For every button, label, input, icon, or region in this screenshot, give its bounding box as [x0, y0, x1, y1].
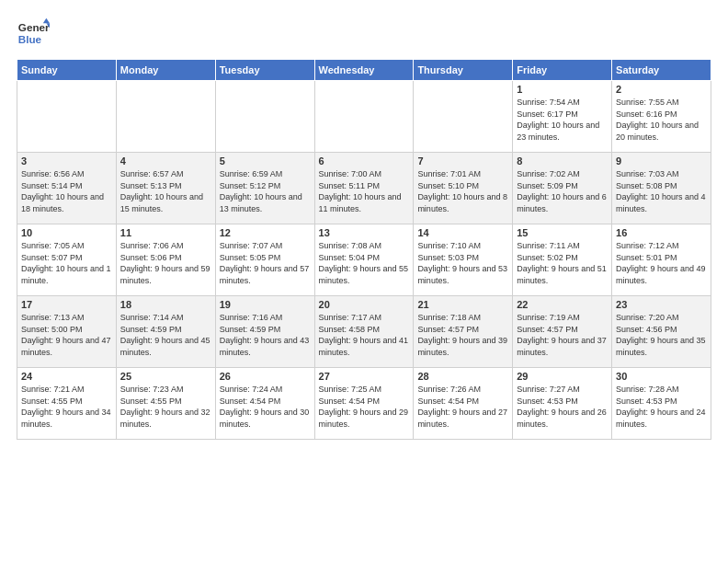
weekday-header: Thursday	[414, 60, 513, 81]
calendar-cell: 19Sunrise: 7:16 AM Sunset: 4:59 PM Dayli…	[215, 296, 314, 368]
day-number: 25	[120, 371, 211, 382]
calendar-cell: 13Sunrise: 7:08 AM Sunset: 5:04 PM Dayli…	[314, 224, 414, 296]
calendar-week-row: 10Sunrise: 7:05 AM Sunset: 5:07 PM Dayli…	[17, 224, 711, 296]
calendar-table: SundayMondayTuesdayWednesdayThursdayFrid…	[17, 59, 711, 440]
day-info: Sunrise: 7:00 AM Sunset: 5:11 PM Dayligh…	[319, 168, 410, 214]
day-number: 12	[220, 227, 311, 238]
day-info: Sunrise: 7:27 AM Sunset: 4:53 PM Dayligh…	[517, 384, 608, 430]
page-container: General Blue SundayMondayTuesdayWednesda…	[0, 0, 728, 449]
day-info: Sunrise: 7:23 AM Sunset: 4:55 PM Dayligh…	[120, 384, 211, 430]
calendar-cell: 9Sunrise: 7:03 AM Sunset: 5:08 PM Daylig…	[612, 153, 711, 224]
day-info: Sunrise: 7:07 AM Sunset: 5:05 PM Dayligh…	[220, 240, 311, 286]
day-info: Sunrise: 7:11 AM Sunset: 5:02 PM Dayligh…	[517, 240, 608, 286]
day-number: 29	[517, 371, 608, 382]
day-info: Sunrise: 7:28 AM Sunset: 4:53 PM Dayligh…	[616, 384, 707, 430]
calendar-cell: 26Sunrise: 7:24 AM Sunset: 4:54 PM Dayli…	[215, 368, 314, 440]
day-info: Sunrise: 7:06 AM Sunset: 5:06 PM Dayligh…	[120, 240, 211, 286]
calendar-cell: 15Sunrise: 7:11 AM Sunset: 5:02 PM Dayli…	[513, 224, 612, 296]
day-number: 30	[616, 371, 707, 382]
day-info: Sunrise: 7:14 AM Sunset: 4:59 PM Dayligh…	[120, 312, 211, 358]
day-number: 9	[616, 155, 707, 167]
calendar-cell	[17, 81, 117, 153]
calendar-cell: 27Sunrise: 7:25 AM Sunset: 4:54 PM Dayli…	[314, 368, 414, 440]
calendar-week-row: 3Sunrise: 6:56 AM Sunset: 5:14 PM Daylig…	[17, 153, 711, 224]
weekday-header: Saturday	[612, 60, 711, 81]
day-info: Sunrise: 7:19 AM Sunset: 4:57 PM Dayligh…	[517, 312, 608, 358]
day-info: Sunrise: 7:03 AM Sunset: 5:08 PM Dayligh…	[616, 168, 707, 214]
day-number: 10	[21, 227, 112, 238]
day-number: 20	[319, 299, 410, 310]
weekday-header: Wednesday	[314, 60, 414, 81]
day-info: Sunrise: 7:26 AM Sunset: 4:54 PM Dayligh…	[417, 384, 508, 430]
day-number: 28	[417, 371, 508, 382]
calendar-cell	[314, 81, 414, 153]
day-number: 6	[319, 155, 410, 167]
day-number: 1	[517, 84, 608, 95]
day-number: 18	[120, 299, 211, 310]
calendar-cell: 24Sunrise: 7:21 AM Sunset: 4:55 PM Dayli…	[17, 368, 117, 440]
calendar-cell: 18Sunrise: 7:14 AM Sunset: 4:59 PM Dayli…	[116, 296, 215, 368]
calendar-cell: 6Sunrise: 7:00 AM Sunset: 5:11 PM Daylig…	[314, 153, 414, 224]
calendar-body: 1Sunrise: 7:54 AM Sunset: 6:17 PM Daylig…	[17, 81, 711, 440]
calendar-week-row: 1Sunrise: 7:54 AM Sunset: 6:17 PM Daylig…	[17, 81, 711, 153]
weekday-header: Friday	[513, 60, 612, 81]
day-info: Sunrise: 7:20 AM Sunset: 4:56 PM Dayligh…	[616, 312, 707, 358]
weekday-header: Tuesday	[215, 60, 314, 81]
calendar-cell: 17Sunrise: 7:13 AM Sunset: 5:00 PM Dayli…	[17, 296, 117, 368]
header: General Blue	[17, 17, 711, 50]
day-number: 14	[417, 227, 508, 238]
day-number: 26	[220, 371, 311, 382]
calendar-cell: 28Sunrise: 7:26 AM Sunset: 4:54 PM Dayli…	[414, 368, 513, 440]
day-info: Sunrise: 7:16 AM Sunset: 4:59 PM Dayligh…	[220, 312, 311, 358]
weekday-header: Monday	[116, 60, 215, 81]
day-info: Sunrise: 7:17 AM Sunset: 4:58 PM Dayligh…	[319, 312, 410, 358]
day-number: 19	[220, 299, 311, 310]
calendar-cell: 7Sunrise: 7:01 AM Sunset: 5:10 PM Daylig…	[414, 153, 513, 224]
calendar-cell: 3Sunrise: 6:56 AM Sunset: 5:14 PM Daylig…	[17, 153, 117, 224]
calendar-cell: 11Sunrise: 7:06 AM Sunset: 5:06 PM Dayli…	[116, 224, 215, 296]
day-number: 15	[517, 227, 608, 238]
calendar-cell: 5Sunrise: 6:59 AM Sunset: 5:12 PM Daylig…	[215, 153, 314, 224]
day-number: 11	[120, 227, 211, 238]
day-info: Sunrise: 7:25 AM Sunset: 4:54 PM Dayligh…	[319, 384, 410, 430]
calendar-cell: 14Sunrise: 7:10 AM Sunset: 5:03 PM Dayli…	[414, 224, 513, 296]
day-number: 21	[417, 299, 508, 310]
day-number: 23	[616, 299, 707, 310]
day-info: Sunrise: 7:24 AM Sunset: 4:54 PM Dayligh…	[220, 384, 311, 430]
day-info: Sunrise: 7:01 AM Sunset: 5:10 PM Dayligh…	[417, 168, 508, 214]
day-info: Sunrise: 7:54 AM Sunset: 6:17 PM Dayligh…	[517, 97, 608, 143]
calendar-cell: 30Sunrise: 7:28 AM Sunset: 4:53 PM Dayli…	[612, 368, 711, 440]
day-info: Sunrise: 7:05 AM Sunset: 5:07 PM Dayligh…	[21, 240, 112, 286]
calendar-cell: 2Sunrise: 7:55 AM Sunset: 6:16 PM Daylig…	[612, 81, 711, 153]
svg-text:Blue: Blue	[18, 33, 42, 45]
calendar-cell: 8Sunrise: 7:02 AM Sunset: 5:09 PM Daylig…	[513, 153, 612, 224]
calendar-week-row: 24Sunrise: 7:21 AM Sunset: 4:55 PM Dayli…	[17, 368, 711, 440]
logo-icon: General Blue	[17, 17, 50, 50]
day-info: Sunrise: 7:10 AM Sunset: 5:03 PM Dayligh…	[417, 240, 508, 286]
day-info: Sunrise: 6:57 AM Sunset: 5:13 PM Dayligh…	[120, 168, 211, 214]
day-info: Sunrise: 7:12 AM Sunset: 5:01 PM Dayligh…	[616, 240, 707, 286]
calendar-cell	[215, 81, 314, 153]
day-info: Sunrise: 7:08 AM Sunset: 5:04 PM Dayligh…	[319, 240, 410, 286]
calendar-cell: 16Sunrise: 7:12 AM Sunset: 5:01 PM Dayli…	[612, 224, 711, 296]
calendar-cell	[116, 81, 215, 153]
day-number: 27	[319, 371, 410, 382]
day-info: Sunrise: 6:56 AM Sunset: 5:14 PM Dayligh…	[21, 168, 112, 214]
weekday-header: Sunday	[17, 60, 117, 81]
day-number: 16	[616, 227, 707, 238]
calendar-cell: 29Sunrise: 7:27 AM Sunset: 4:53 PM Dayli…	[513, 368, 612, 440]
calendar-cell: 4Sunrise: 6:57 AM Sunset: 5:13 PM Daylig…	[116, 153, 215, 224]
day-info: Sunrise: 7:21 AM Sunset: 4:55 PM Dayligh…	[21, 384, 112, 430]
day-number: 8	[517, 155, 608, 167]
calendar-cell	[414, 81, 513, 153]
day-number: 4	[120, 155, 211, 167]
calendar-cell: 25Sunrise: 7:23 AM Sunset: 4:55 PM Dayli…	[116, 368, 215, 440]
calendar-cell: 21Sunrise: 7:18 AM Sunset: 4:57 PM Dayli…	[414, 296, 513, 368]
calendar-week-row: 17Sunrise: 7:13 AM Sunset: 5:00 PM Dayli…	[17, 296, 711, 368]
calendar-cell: 22Sunrise: 7:19 AM Sunset: 4:57 PM Dayli…	[513, 296, 612, 368]
calendar-cell: 1Sunrise: 7:54 AM Sunset: 6:17 PM Daylig…	[513, 81, 612, 153]
calendar-cell: 23Sunrise: 7:20 AM Sunset: 4:56 PM Dayli…	[612, 296, 711, 368]
calendar-cell: 20Sunrise: 7:17 AM Sunset: 4:58 PM Dayli…	[314, 296, 414, 368]
logo: General Blue	[17, 17, 50, 50]
day-info: Sunrise: 6:59 AM Sunset: 5:12 PM Dayligh…	[220, 168, 311, 214]
